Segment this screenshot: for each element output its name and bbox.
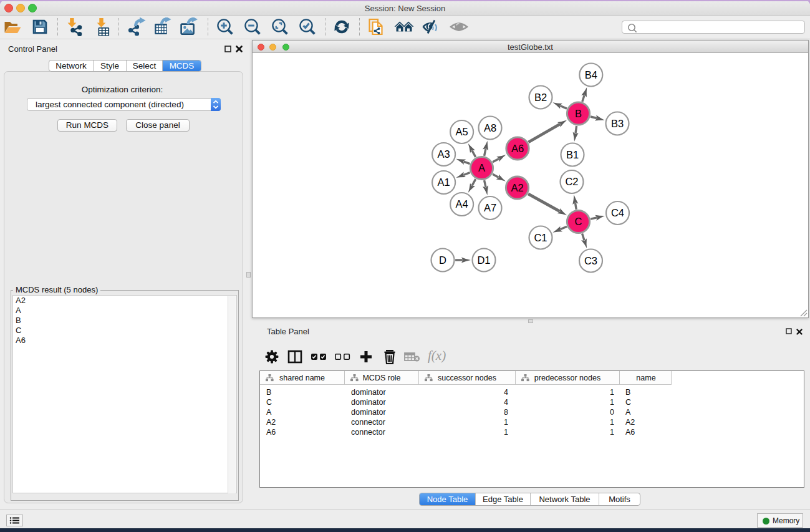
svg-text:D1: D1 (477, 254, 490, 266)
svg-text:B4: B4 (585, 69, 597, 80)
svg-text:B3: B3 (611, 118, 624, 129)
svg-text:A7: A7 (484, 202, 496, 213)
svg-text:B2: B2 (534, 92, 547, 103)
svg-text:A4: A4 (456, 198, 468, 210)
svg-text:C4: C4 (611, 207, 624, 218)
svg-text:C3: C3 (584, 255, 597, 266)
svg-text:C1: C1 (534, 232, 547, 243)
svg-text:D: D (439, 254, 446, 266)
svg-text:A1: A1 (438, 177, 450, 188)
svg-text:A: A (478, 162, 485, 173)
svg-text:B1: B1 (566, 149, 579, 160)
svg-text:A3: A3 (438, 148, 450, 160)
svg-text:C: C (575, 216, 582, 227)
svg-text:B: B (575, 108, 582, 119)
svg-text:A8: A8 (484, 122, 496, 133)
svg-text:C2: C2 (565, 176, 578, 187)
svg-text:A2: A2 (511, 182, 523, 193)
svg-text:A6: A6 (511, 143, 524, 154)
svg-text:A5: A5 (456, 126, 468, 137)
